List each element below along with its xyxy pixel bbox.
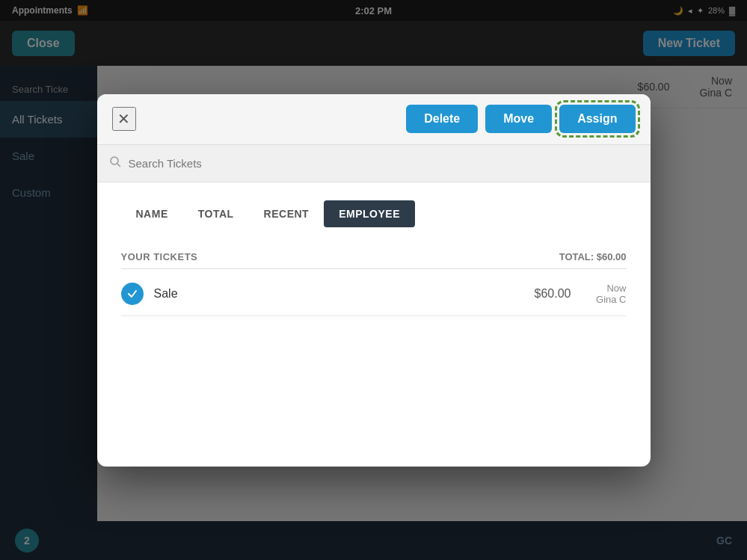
tab-employee[interactable]: EMPLOYEE bbox=[324, 200, 415, 227]
tickets-header: YOUR TICKETS TOTAL: $60.00 bbox=[121, 245, 627, 269]
tab-name[interactable]: NAME bbox=[121, 200, 183, 227]
modal-close-button[interactable]: ✕ bbox=[112, 107, 136, 131]
delete-button[interactable]: Delete bbox=[406, 105, 478, 133]
tickets-header-label: YOUR TICKETS bbox=[121, 251, 198, 262]
assign-button[interactable]: Assign bbox=[559, 105, 635, 133]
search-input[interactable] bbox=[129, 157, 639, 170]
ticket-selected-icon bbox=[121, 283, 144, 305]
tab-total[interactable]: TOTAL bbox=[183, 200, 249, 227]
ticket-employee: Gina C bbox=[582, 294, 627, 305]
modal-dialog: ✕ Delete Move Assign NAME TOTAL RECENT E… bbox=[97, 94, 651, 467]
ticket-amount: $60.00 bbox=[511, 287, 571, 301]
ticket-meta: Now Gina C bbox=[582, 283, 627, 305]
search-icon bbox=[109, 156, 121, 170]
tickets-total-label: TOTAL: $60.00 bbox=[559, 251, 627, 262]
modal-topbar: ✕ Delete Move Assign bbox=[97, 94, 651, 145]
modal-search-bar bbox=[97, 145, 651, 182]
ticket-time: Now bbox=[582, 283, 627, 294]
svg-line-1 bbox=[117, 164, 120, 167]
table-row[interactable]: Sale $60.00 Now Gina C bbox=[121, 272, 627, 316]
tab-recent[interactable]: RECENT bbox=[249, 200, 325, 227]
sort-tabs: NAME TOTAL RECENT EMPLOYEE bbox=[121, 200, 627, 227]
ticket-name: Sale bbox=[154, 287, 501, 301]
modal-action-buttons: Delete Move Assign bbox=[406, 105, 635, 133]
move-button[interactable]: Move bbox=[485, 105, 552, 133]
close-x-icon: ✕ bbox=[117, 110, 130, 128]
modal-body: NAME TOTAL RECENT EMPLOYEE YOUR TICKETS … bbox=[97, 182, 651, 467]
